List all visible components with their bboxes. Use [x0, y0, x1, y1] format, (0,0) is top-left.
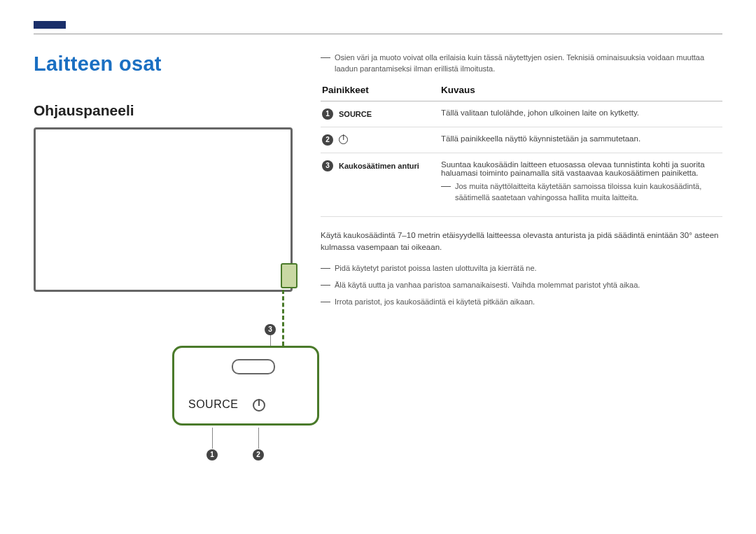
row-desc-1: Tällä valitaan tulolähde, johon ulkoinen…: [440, 101, 722, 127]
row-desc-2: Tällä painikkeella näyttö käynnistetään …: [440, 127, 722, 153]
table-row: 1 SOURCE Tällä valitaan tulolähde, johon…: [321, 101, 722, 127]
table-header-desc: Kuvaus: [440, 80, 722, 101]
top-note-text: Osien väri ja muoto voivat olla erilaisi…: [335, 52, 722, 75]
bullet-text-1: Pidä käytetyt paristot poissa lasten ulo…: [335, 263, 537, 274]
panel-ir-window: [232, 359, 275, 374]
section-title: Laitteen osat: [34, 52, 321, 76]
subsection-title: Ohjauspaneeli: [34, 102, 321, 119]
note-dash-icon: [321, 268, 330, 269]
note-dash-icon: [321, 302, 330, 302]
note-dash-icon: [441, 186, 451, 187]
bullet-text-3: Irrota paristot, jos kaukosäädintä ei kä…: [335, 297, 535, 308]
row-desc-3: Suuntaa kaukosäädin laitteen etuosassa o…: [441, 160, 717, 177]
row-badge-1: 1: [322, 108, 333, 120]
bullet-note: Älä käytä uutta ja vanhaa paristoa saman…: [321, 280, 722, 291]
control-panel-figure: 3 SOURCE 1 2: [34, 127, 300, 470]
top-note: Osien väri ja muoto voivat olla erilaisi…: [321, 52, 722, 75]
table-header-buttons: Painikkeet: [321, 80, 440, 101]
figure-connector-line: [282, 290, 284, 346]
table-row: 2 Tällä painikkeella näyttö käynnistetää…: [321, 127, 722, 153]
note-dash-icon: [321, 285, 330, 286]
page-header-rule: [34, 34, 722, 34]
bullet-note: Pidä käytetyt paristot poissa lasten ulo…: [321, 263, 722, 274]
table-row: 3 Kaukosäätimen anturi Suuntaa kaukosääd…: [321, 153, 722, 216]
bullet-text-2: Älä käytä uutta ja vanhaa paristoa saman…: [335, 280, 640, 291]
row-subnote: Jos muita näyttölaitteita käytetään samo…: [441, 181, 717, 204]
row-badge-2: 2: [322, 134, 333, 146]
panel-source-label: SOURCE: [188, 398, 238, 411]
row-subnote-text: Jos muita näyttölaitteita käytetään samo…: [455, 181, 717, 204]
row-label-source: SOURCE: [339, 110, 372, 118]
page-header-accent: [34, 21, 66, 29]
display-outline: [34, 127, 293, 292]
buttons-table: Painikkeet Kuvaus 1 SOURCE Tällä valitaa…: [321, 80, 722, 217]
usage-paragraph: Käytä kaukosäädintä 7–10 metrin etäisyyd…: [321, 230, 722, 254]
row-label-sensor: Kaukosäätimen anturi: [339, 162, 419, 170]
power-icon: [253, 399, 267, 413]
note-dash-icon: [321, 57, 330, 58]
callout-badge-2: 2: [253, 449, 264, 461]
bullet-note: Irrota paristot, jos kaukosäädintä ei kä…: [321, 297, 722, 308]
control-panel-outline: SOURCE: [172, 346, 319, 426]
callout-badge-3: 3: [265, 324, 276, 335]
power-icon: [339, 135, 348, 144]
callout-leader-2: [258, 428, 259, 449]
callout-leader-1: [212, 428, 213, 449]
callout-badge-1: 1: [206, 449, 218, 461]
remote-sensor-marker: [281, 263, 298, 288]
row-badge-3: 3: [322, 160, 333, 171]
